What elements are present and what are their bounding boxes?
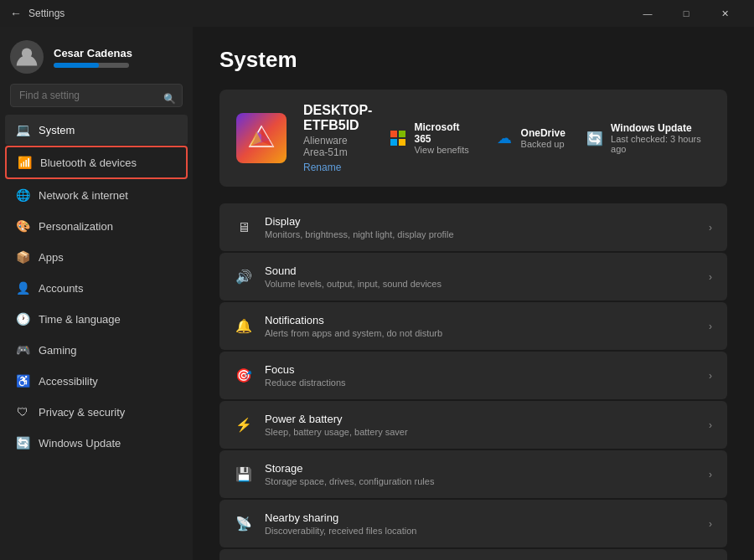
nav-icon-apps: 📦 (15, 249, 30, 265)
user-section[interactable]: Cesar Cadenas (0, 27, 193, 84)
nav-icon-gaming: 🎮 (15, 342, 30, 357)
nav-label-privacy: Privacy & security (39, 406, 125, 419)
back-button[interactable]: ← (10, 7, 22, 20)
chevron-icon-nearby: › (709, 518, 712, 530)
service-name-onedrive: OneDrive (521, 127, 566, 139)
nav-icon-accounts: 👤 (15, 280, 30, 295)
nav-label-apps: Apps (39, 251, 64, 264)
service-microsoft365[interactable]: Microsoft 365 View benefits (389, 121, 473, 155)
chevron-icon-storage: › (709, 469, 712, 480)
settings-row-sound[interactable]: 🔊 Sound Volume levels, output, input, so… (219, 253, 727, 301)
nav-icon-windows-update: 🔄 (15, 435, 30, 450)
service-status-onedrive: Backed up (521, 139, 566, 149)
sidebar-item-accessibility[interactable]: ♿ Accessibility (5, 366, 188, 396)
device-rename[interactable]: Rename (303, 162, 372, 173)
nav-label-accounts: Accounts (39, 282, 83, 295)
sidebar-item-time[interactable]: 🕐 Time & language (5, 304, 188, 334)
titlebar-left: ← Settings (10, 7, 65, 20)
search-container: 🔍 (0, 84, 193, 114)
settings-row-focus[interactable]: 🎯 Focus Reduce distractions › (219, 352, 727, 399)
settings-desc-power: Sleep, battery usage, battery saver (265, 427, 697, 437)
chevron-icon-sound: › (709, 271, 712, 283)
device-services: Microsoft 365 View benefits ☁ OneDrive B… (389, 121, 710, 155)
nav-icon-accessibility: ♿ (15, 373, 30, 388)
chevron-icon-notifications: › (709, 321, 712, 332)
service-onedrive[interactable]: ☁ OneDrive Backed up (494, 121, 566, 155)
nav-label-network: Network & internet (39, 189, 128, 202)
nav-icon-time: 🕐 (15, 311, 30, 326)
settings-row-nearby[interactable]: 📡 Nearby sharing Discoverability, receiv… (219, 500, 727, 547)
close-button[interactable]: ✕ (705, 0, 744, 27)
settings-desc-sound: Volume levels, output, input, sound devi… (265, 279, 697, 289)
user-status-bar (54, 63, 129, 68)
service-status-windowsupdate: Last checked: 3 hours ago (611, 134, 710, 154)
settings-desc-focus: Reduce distractions (265, 378, 697, 388)
nav-icon-privacy: 🛡 (15, 404, 30, 419)
nav-label-windows-update: Windows Update (39, 437, 121, 450)
settings-icon-sound: 🔊 (235, 268, 253, 286)
settings-icon-nearby: 📡 (235, 515, 253, 533)
settings-desc-display: Monitors, brightness, night light, displ… (265, 229, 697, 239)
nav-label-time: Time & language (39, 313, 121, 326)
sidebar-item-network[interactable]: 🌐 Network & internet (5, 180, 188, 210)
nav-label-system: System (39, 124, 75, 136)
sidebar-item-privacy[interactable]: 🛡 Privacy & security (5, 397, 188, 427)
search-icon: 🔍 (163, 93, 176, 105)
main-content: System DESKTOP-ETFB5ID Alienware Area-51… (193, 27, 754, 560)
settings-desc-storage: Storage space, drives, configuration rul… (265, 476, 697, 486)
sidebar-item-windows-update[interactable]: 🔄 Windows Update (5, 428, 188, 458)
sidebar: Cesar Cadenas 🔍 💻 System 📶 Bluetooth & d… (0, 27, 193, 560)
chevron-icon-focus: › (709, 370, 712, 382)
app-body: Cesar Cadenas 🔍 💻 System 📶 Bluetooth & d… (0, 27, 754, 560)
nav-label-accessibility: Accessibility (39, 375, 98, 388)
sidebar-item-apps[interactable]: 📦 Apps (5, 242, 188, 272)
service-name-windowsupdate: Windows Update (611, 122, 710, 134)
chevron-icon-display: › (709, 222, 712, 234)
nav-icon-system: 💻 (15, 122, 30, 137)
settings-list: 🖥 Display Monitors, brightness, night li… (219, 203, 727, 560)
maximize-button[interactable]: □ (667, 0, 705, 27)
service-icon-onedrive: ☁ (494, 128, 514, 148)
service-windowsupdate[interactable]: 🔄 Windows Update Last checked: 3 hours a… (586, 121, 710, 155)
settings-row-multitasking[interactable]: ⊞ Multitasking Snap windows, desktops, t… (219, 549, 727, 560)
sidebar-item-bluetooth[interactable]: 📶 Bluetooth & devices (5, 146, 188, 179)
settings-row-notifications[interactable]: 🔔 Notifications Alerts from apps and sys… (219, 302, 727, 350)
sidebar-item-system[interactable]: 💻 System (5, 115, 188, 145)
service-icon-microsoft365 (389, 128, 407, 148)
settings-desc-nearby: Discoverability, received files location (265, 526, 697, 536)
user-info: Cesar Cadenas (54, 47, 132, 68)
sidebar-item-accounts[interactable]: 👤 Accounts (5, 273, 188, 303)
settings-desc-notifications: Alerts from apps and system, do not dist… (265, 328, 697, 338)
user-name: Cesar Cadenas (54, 47, 132, 59)
settings-icon-power: ⚡ (235, 416, 253, 434)
sidebar-item-personalization[interactable]: 🎨 Personalization (5, 211, 188, 241)
settings-title-power: Power & battery (265, 413, 697, 425)
settings-icon-notifications: 🔔 (235, 317, 253, 336)
nav-icon-personalization: 🎨 (15, 218, 30, 234)
device-model: Alienware Area-51m (303, 135, 372, 158)
settings-row-display[interactable]: 🖥 Display Monitors, brightness, night li… (219, 203, 727, 251)
device-name: DESKTOP-ETFB5ID (303, 103, 372, 133)
search-input[interactable] (10, 84, 183, 107)
settings-row-power[interactable]: ⚡ Power & battery Sleep, battery usage, … (219, 401, 727, 449)
settings-icon-display: 🖥 (235, 218, 253, 237)
minimize-button[interactable]: — (628, 0, 667, 27)
settings-title-storage: Storage (265, 462, 697, 475)
service-name-microsoft365: Microsoft 365 (414, 121, 473, 145)
settings-title-sound: Sound (265, 265, 697, 277)
device-image (236, 113, 287, 163)
titlebar-controls: — □ ✕ (628, 0, 744, 27)
chevron-icon-power: › (709, 419, 712, 431)
titlebar-title: Settings (28, 8, 65, 19)
sidebar-item-gaming[interactable]: 🎮 Gaming (5, 335, 188, 365)
service-status-microsoft365: View benefits (414, 145, 473, 155)
nav-label-personalization: Personalization (39, 220, 113, 233)
settings-title-display: Display (265, 215, 697, 228)
settings-icon-storage: 💾 (235, 465, 253, 484)
avatar (10, 40, 44, 74)
nav-label-gaming: Gaming (39, 344, 77, 357)
device-info: DESKTOP-ETFB5ID Alienware Area-51m Renam… (303, 103, 372, 173)
nav-label-bluetooth: Bluetooth & devices (40, 157, 137, 169)
settings-row-storage[interactable]: 💾 Storage Storage space, drives, configu… (219, 450, 727, 498)
settings-title-focus: Focus (265, 363, 697, 376)
